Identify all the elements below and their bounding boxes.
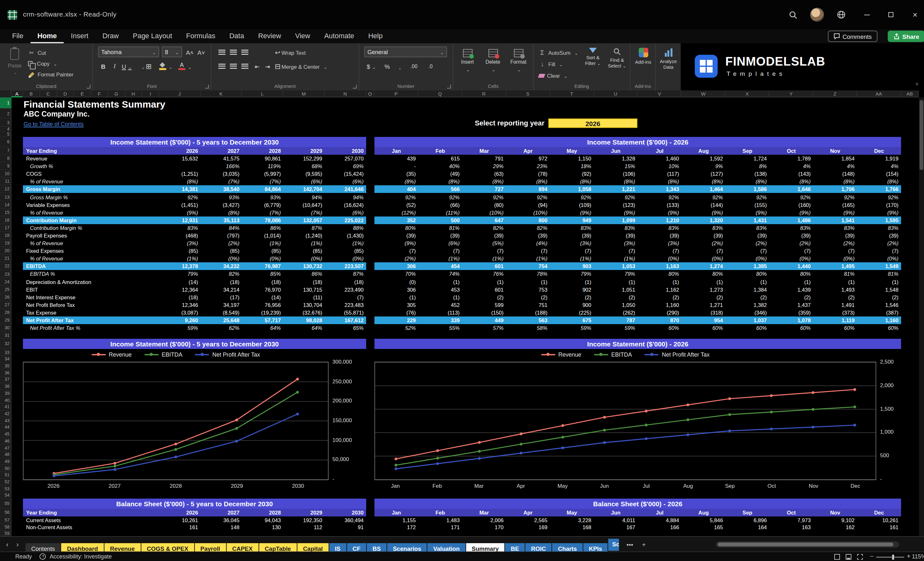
row-header-45[interactable]: 45 bbox=[0, 431, 12, 438]
chart-yearly[interactable]: RevenueEBITDANet Profit After Tax300,000… bbox=[23, 350, 367, 492]
row-header-43[interactable]: 43 bbox=[0, 417, 12, 424]
cell[interactable]: 86% bbox=[284, 271, 325, 278]
cell[interactable]: 10,261 bbox=[857, 517, 901, 524]
cell[interactable]: 7,973 bbox=[769, 517, 813, 524]
cell[interactable]: Jun bbox=[594, 509, 638, 516]
cell[interactable]: 23% bbox=[506, 163, 550, 170]
cell[interactable]: 87% bbox=[325, 271, 366, 278]
cell[interactable]: 80% bbox=[682, 271, 726, 278]
cell[interactable]: 1,210 bbox=[638, 217, 682, 224]
add-sheet-button[interactable]: + bbox=[638, 539, 650, 551]
cell[interactable]: (1) bbox=[726, 279, 770, 285]
cell[interactable]: 167 bbox=[594, 524, 638, 531]
cell[interactable]: 18% bbox=[550, 163, 594, 170]
cell[interactable]: (7) bbox=[769, 248, 813, 254]
zoom-slider[interactable] bbox=[876, 556, 904, 558]
font-color-button[interactable]: A bbox=[177, 61, 192, 71]
cell[interactable]: (9%) bbox=[682, 209, 726, 216]
cell[interactable]: Revenue bbox=[23, 155, 159, 162]
search-icon[interactable] bbox=[786, 8, 800, 22]
cell[interactable]: Contribution Margin % bbox=[23, 225, 159, 231]
cell[interactable]: (94) bbox=[506, 201, 550, 208]
cell[interactable]: (18) bbox=[201, 279, 242, 285]
cell[interactable]: 2030 bbox=[325, 148, 366, 154]
cell[interactable]: 86% bbox=[242, 225, 284, 231]
cell[interactable]: (7) bbox=[813, 248, 857, 254]
cell[interactable]: Depreciation & Amortization bbox=[23, 279, 159, 285]
cell[interactable]: 59% bbox=[159, 325, 201, 331]
cell[interactable]: (7) bbox=[506, 248, 550, 254]
cell[interactable]: (225) bbox=[550, 309, 594, 316]
align-middle-button[interactable] bbox=[228, 47, 238, 57]
cell[interactable]: (0%) bbox=[325, 256, 366, 262]
cell[interactable]: (143) bbox=[769, 171, 813, 177]
cell[interactable]: (2) bbox=[462, 294, 506, 300]
cell[interactable]: (7%) bbox=[284, 209, 325, 216]
cell[interactable]: 2029 bbox=[284, 148, 325, 154]
cell[interactable]: 902 bbox=[550, 286, 594, 292]
cell[interactable]: COGS bbox=[23, 171, 159, 177]
cell[interactable]: (8,549) bbox=[201, 309, 242, 316]
cell[interactable]: (1%) bbox=[284, 240, 325, 246]
cell[interactable]: 92% bbox=[726, 194, 770, 200]
row-header-6[interactable]: 6 bbox=[0, 137, 12, 147]
number-format-select[interactable]: General bbox=[364, 46, 447, 57]
cell[interactable]: 566 bbox=[418, 186, 462, 193]
cell[interactable]: (1) bbox=[638, 279, 682, 285]
toc-link[interactable]: Go to Table of Contents bbox=[24, 121, 84, 128]
cell[interactable]: (9,595) bbox=[284, 171, 325, 177]
cell[interactable]: % of Revenue bbox=[23, 256, 159, 262]
cell[interactable]: 1,440 bbox=[769, 263, 813, 270]
cell[interactable]: (7) bbox=[857, 248, 901, 254]
bold-button[interactable]: B bbox=[98, 61, 108, 71]
menu-tab-file[interactable]: File bbox=[5, 29, 30, 43]
cell[interactable]: 69% bbox=[325, 163, 366, 170]
menu-tab-help[interactable]: Help bbox=[361, 29, 389, 43]
column-header-G[interactable]: G bbox=[108, 90, 126, 98]
align-right-button[interactable] bbox=[240, 61, 250, 71]
row-header-2[interactable]: 2 bbox=[0, 109, 12, 118]
normal-view-button[interactable] bbox=[834, 554, 840, 560]
cell[interactable]: - bbox=[375, 163, 418, 170]
cell[interactable]: 1,037 bbox=[726, 317, 770, 324]
cell[interactable]: 12,931 bbox=[159, 217, 201, 224]
cell[interactable]: Aug bbox=[682, 509, 726, 516]
increase-indent-button[interactable]: ⇥ bbox=[262, 61, 273, 71]
cell[interactable]: Dec bbox=[857, 148, 901, 154]
cell[interactable]: 130,715 bbox=[284, 286, 325, 292]
chart-monthly-plot[interactable] bbox=[375, 362, 876, 480]
cell[interactable]: 92% bbox=[375, 194, 418, 200]
cell[interactable]: 15,632 bbox=[159, 155, 201, 162]
cell[interactable]: Non-Current Assets bbox=[23, 524, 159, 531]
cell[interactable]: (1) bbox=[506, 279, 550, 285]
cell[interactable]: (0%) bbox=[726, 256, 770, 262]
cell[interactable]: (9%) bbox=[594, 209, 638, 216]
cell[interactable]: (1%) bbox=[418, 256, 462, 262]
cell[interactable]: 142,704 bbox=[284, 186, 325, 193]
cell[interactable]: 4% bbox=[857, 163, 901, 170]
cell[interactable]: 165 bbox=[682, 524, 726, 531]
cell[interactable]: 83% bbox=[159, 225, 201, 231]
row-header-11[interactable]: 11 bbox=[0, 178, 12, 186]
cell[interactable]: 1,274 bbox=[682, 263, 726, 270]
cell[interactable]: 1,854 bbox=[813, 155, 857, 162]
cell[interactable]: (11%) bbox=[418, 209, 462, 216]
column-header-M[interactable]: M bbox=[284, 90, 325, 98]
underline-button[interactable]: U bbox=[120, 61, 134, 71]
cell[interactable]: 972 bbox=[506, 155, 550, 162]
sheet-grid[interactable]: 1234567891011121314151617181920212223242… bbox=[0, 98, 919, 536]
cell[interactable]: (8%) bbox=[726, 178, 770, 185]
cell[interactable]: 167,612 bbox=[325, 317, 366, 324]
cell[interactable]: EBITDA bbox=[23, 263, 159, 270]
autosum-button[interactable]: AutoSum bbox=[539, 47, 578, 58]
cell[interactable]: (1) bbox=[813, 279, 857, 285]
cell[interactable]: 1,437 bbox=[769, 302, 813, 308]
row-header-27[interactable]: 27 bbox=[0, 301, 12, 309]
font-dialog-launcher[interactable] bbox=[205, 85, 209, 88]
cell[interactable]: 132,057 bbox=[284, 217, 325, 224]
cell[interactable]: 1,586 bbox=[726, 186, 770, 193]
sheet-tab-sc[interactable]: Sc bbox=[609, 539, 619, 551]
cell[interactable]: (7%) bbox=[242, 209, 284, 216]
cell[interactable]: Growth % bbox=[23, 163, 159, 170]
zoom-slider-thumb[interactable] bbox=[892, 555, 894, 560]
